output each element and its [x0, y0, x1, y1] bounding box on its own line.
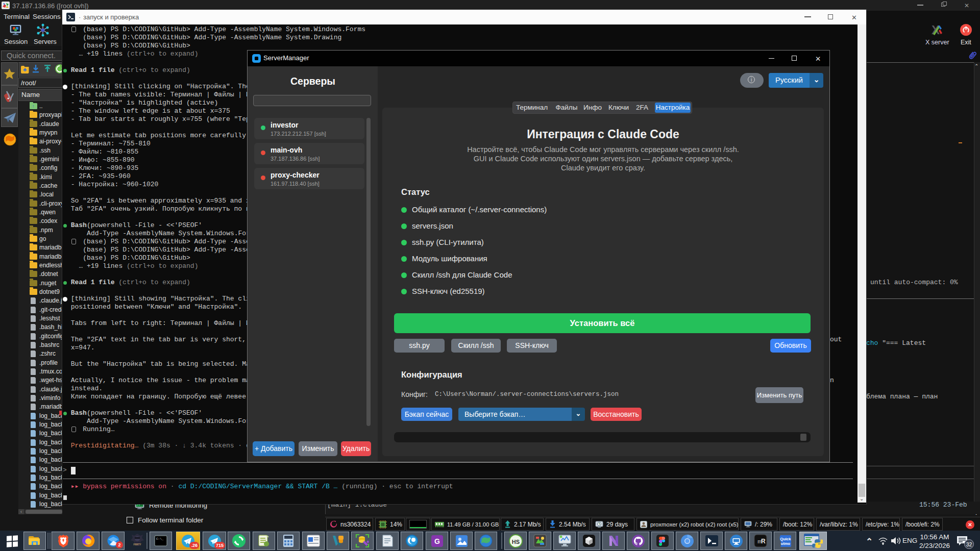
- svg-text:Quick: Quick: [780, 537, 791, 541]
- svg-text:G: G: [434, 537, 440, 545]
- svg-text:R: R: [761, 538, 766, 545]
- svg-text:C:\_: C:\_: [156, 537, 164, 541]
- svg-text:X: X: [932, 23, 940, 36]
- svg-text:FRRTY: FRRTY: [134, 543, 141, 546]
- svg-text:HS: HS: [511, 538, 519, 544]
- svg-text:utmo: utmo: [780, 541, 790, 546]
